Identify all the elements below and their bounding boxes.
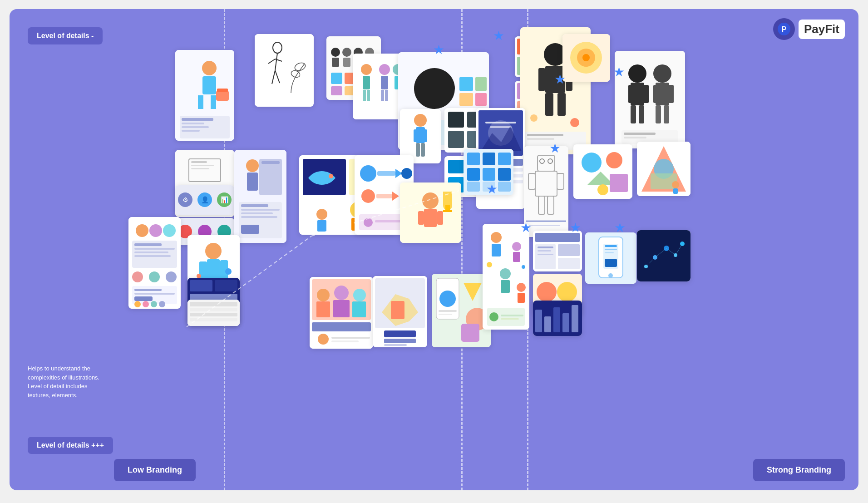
svg-point-218 — [582, 153, 602, 173]
svg-point-171 — [316, 209, 327, 220]
svg-rect-200 — [467, 168, 480, 181]
svg-rect-320 — [538, 250, 551, 252]
star-4: ★ — [554, 72, 566, 87]
svg-point-230 — [136, 224, 148, 237]
svg-rect-321 — [538, 254, 553, 255]
card-2[interactable] — [255, 34, 314, 107]
svg-rect-104 — [624, 137, 646, 138]
svg-rect-34 — [331, 73, 342, 84]
payfit-icon: P — [773, 18, 795, 40]
svg-rect-237 — [134, 255, 171, 257]
svg-rect-13 — [182, 123, 204, 124]
svg-rect-8 — [211, 95, 216, 109]
svg-rect-294 — [439, 310, 457, 312]
svg-point-324 — [557, 282, 577, 302]
card-9[interactable] — [562, 34, 610, 82]
svg-rect-284 — [331, 340, 359, 342]
card-29[interactable] — [310, 277, 373, 349]
low-branding-button[interactable]: Low Branding — [114, 459, 196, 481]
card-30[interactable] — [373, 276, 427, 347]
strong-branding-button[interactable]: Strong Branding — [753, 459, 845, 481]
svg-point-88 — [582, 54, 590, 61]
svg-point-245 — [134, 301, 141, 307]
svg-point-311 — [489, 312, 498, 321]
level-minus-button[interactable]: Level of details - — [28, 27, 103, 44]
svg-rect-136 — [191, 168, 209, 169]
svg-point-222 — [597, 184, 608, 195]
svg-text:P: P — [782, 25, 787, 33]
svg-rect-135 — [191, 165, 214, 166]
card-28[interactable] — [187, 300, 240, 326]
svg-rect-192 — [418, 211, 424, 225]
svg-rect-197 — [467, 153, 480, 165]
star-7: ★ — [520, 220, 532, 235]
svg-rect-161 — [241, 204, 268, 207]
svg-rect-327 — [535, 310, 542, 332]
svg-rect-157 — [261, 166, 275, 168]
svg-rect-290 — [384, 344, 407, 346]
payfit-logo: P PayFit — [773, 18, 845, 40]
svg-rect-281 — [312, 322, 371, 331]
star-8: ★ — [570, 220, 581, 235]
card-31[interactable] — [432, 274, 491, 347]
svg-rect-42 — [363, 76, 370, 89]
svg-point-182 — [361, 189, 375, 203]
svg-point-106 — [414, 114, 427, 127]
svg-point-26 — [331, 48, 340, 57]
svg-rect-10 — [217, 89, 228, 92]
svg-point-308 — [487, 262, 492, 267]
card-37[interactable] — [637, 230, 690, 281]
card-16[interactable]: ⚙ 👤 📊 — [175, 185, 234, 215]
svg-rect-191 — [424, 209, 437, 227]
svg-point-5 — [202, 61, 217, 75]
svg-point-240 — [166, 271, 177, 282]
svg-rect-103 — [624, 133, 656, 135]
card-25[interactable] — [128, 217, 181, 309]
card-20[interactable] — [400, 182, 461, 243]
card-10[interactable] — [615, 51, 685, 148]
svg-point-232 — [163, 224, 176, 237]
svg-rect-283 — [331, 337, 370, 339]
card-35[interactable] — [533, 301, 582, 336]
svg-point-250 — [205, 243, 222, 259]
svg-rect-108 — [414, 129, 418, 142]
svg-point-306 — [517, 283, 526, 292]
level-plus-button[interactable]: Level of details +++ — [28, 437, 113, 454]
card-23[interactable] — [573, 144, 632, 199]
card-32[interactable] — [483, 224, 529, 330]
card-17[interactable] — [234, 150, 286, 243]
svg-rect-242 — [134, 289, 162, 291]
svg-rect-198 — [483, 153, 495, 165]
card-36[interactable] — [585, 232, 636, 284]
svg-rect-298 — [461, 324, 479, 342]
svg-rect-203 — [467, 182, 480, 192]
svg-rect-155 — [259, 159, 282, 195]
svg-rect-336 — [605, 245, 617, 247]
svg-point-96 — [653, 64, 671, 83]
svg-rect-27 — [332, 58, 339, 67]
svg-rect-47 — [381, 90, 384, 101]
svg-point-52 — [414, 68, 455, 109]
svg-rect-101 — [664, 105, 669, 123]
svg-rect-164 — [241, 216, 277, 218]
svg-rect-301 — [492, 244, 501, 256]
svg-rect-78 — [545, 93, 553, 116]
star-5: ★ — [549, 141, 561, 156]
svg-rect-98 — [653, 85, 659, 103]
svg-point-231 — [149, 224, 162, 237]
svg-point-304 — [500, 268, 511, 279]
card-33[interactable] — [533, 231, 582, 271]
svg-rect-228 — [673, 188, 678, 194]
svg-rect-7 — [198, 95, 203, 109]
svg-point-247 — [151, 301, 157, 307]
star-6: ★ — [486, 182, 498, 197]
card-24[interactable] — [637, 142, 690, 196]
svg-point-276 — [334, 286, 349, 300]
svg-rect-339 — [605, 259, 617, 267]
svg-rect-329 — [553, 307, 560, 332]
card-1[interactable] — [175, 50, 234, 141]
svg-point-219 — [606, 152, 622, 168]
svg-rect-338 — [605, 252, 614, 253]
star-3: ★ — [613, 64, 625, 79]
svg-point-335 — [608, 273, 613, 278]
